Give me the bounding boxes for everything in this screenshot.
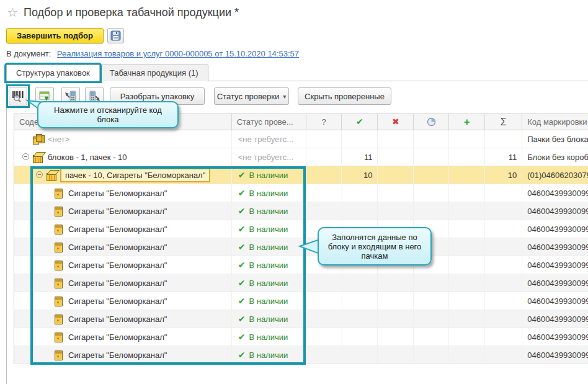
checked-count-cell: 11	[342, 148, 378, 166]
added-count-cell	[449, 328, 485, 346]
missing-count-cell	[378, 166, 414, 184]
content-cell[interactable]: Сигареты "Беломорканал"	[14, 292, 232, 310]
pending-count-cell	[414, 274, 449, 292]
table-row[interactable]: <нет> ✔ <не требуетс... Пачки без блока	[14, 130, 588, 148]
checked-count-cell	[342, 202, 378, 220]
panel-border-left	[6, 81, 7, 384]
question-cell	[306, 166, 342, 184]
table-row[interactable]: Сигареты "Беломорканал" ✔ В наличии 0460…	[14, 220, 588, 238]
checked-count-cell	[342, 274, 378, 292]
missing-count-cell	[378, 148, 414, 166]
table-row[interactable]: Сигареты "Беломорканал" ✔ В наличии 0460…	[14, 292, 588, 310]
checked-count-cell	[342, 310, 378, 328]
row-type-icon	[53, 278, 64, 288]
status-text: В наличии	[249, 261, 288, 270]
marking-code-cell: (01)04606203079	[522, 166, 588, 184]
green-check-icon: ✔	[356, 117, 363, 127]
content-cell[interactable]: Сигареты "Беломорканал"	[14, 184, 232, 202]
finish-selection-button[interactable]: Завершить подбор	[6, 28, 104, 43]
table-row[interactable]: Сигареты "Беломорканал" ✔ В наличии 0460…	[14, 184, 588, 202]
added-count-cell	[449, 220, 485, 238]
table-row[interactable]: Сигареты "Беломорканал" ✔ В наличии 0460…	[14, 310, 588, 328]
status-filter-button[interactable]: Статус проверки ▾	[214, 87, 289, 105]
table-row[interactable]: Сигареты "Беломорканал" ✔ В наличии 0460…	[14, 274, 588, 292]
row-title: Сигареты "Беломорканал"	[66, 351, 169, 360]
hide-checked-label: Скрыть проверенные	[305, 92, 385, 101]
status-cell: ✔ В наличии	[232, 184, 306, 202]
column-header-question[interactable]: ?	[306, 114, 342, 130]
check-icon: ✔	[238, 332, 246, 342]
content-cell[interactable]: Сигареты "Беломорканал"	[14, 238, 232, 256]
question-cell	[306, 346, 342, 364]
tab[interactable]: Табачная продукция (1)	[100, 65, 208, 81]
content-cell[interactable]: Сигареты "Беломорканал"	[14, 274, 232, 292]
status-cell: ✔ В наличии	[232, 220, 306, 238]
question-cell	[306, 274, 342, 292]
pending-count-cell	[414, 166, 449, 184]
content-cell[interactable]: <нет>	[14, 130, 232, 148]
content-cell[interactable]: Сигареты "Беломорканал"	[14, 256, 232, 274]
content-cell[interactable]: Сигареты "Беломорканал"	[14, 202, 232, 220]
marking-code-cell: 04600439930099	[522, 238, 588, 256]
marking-code-cell: 04600439930099	[522, 310, 588, 328]
table-row[interactable]: Сигареты "Беломорканал" ✔ В наличии 0460…	[14, 328, 588, 346]
question-cell	[306, 202, 342, 220]
added-count-cell	[449, 310, 485, 328]
missing-count-cell	[378, 130, 414, 148]
row-type-icon	[53, 242, 64, 252]
row-title: Сигареты "Беломорканал"	[66, 297, 169, 306]
table-row[interactable]: пачек - 10, Сигареты "Беломорканал" ✔ В …	[14, 166, 588, 184]
table-row[interactable]: Сигареты "Беломорканал" ✔ В наличии 0460…	[14, 346, 588, 364]
column-header-added[interactable]: +	[449, 114, 485, 130]
star-icon[interactable]: ☆	[7, 5, 18, 20]
table-row[interactable]: Сигареты "Беломорканал" ✔ В наличии 0460…	[14, 202, 588, 220]
document-link[interactable]: Реализация товаров и услуг 0000-000005 о…	[57, 49, 299, 58]
pending-count-cell	[414, 310, 449, 328]
column-header-missing[interactable]: ✖	[378, 114, 414, 130]
tree-expander-icon[interactable]	[22, 153, 30, 161]
content-cell[interactable]: Сигареты "Беломорканал"	[14, 328, 232, 346]
check-icon: ✔	[238, 206, 246, 216]
content-cell[interactable]: Сигареты "Беломорканал"	[14, 310, 232, 328]
missing-count-cell	[378, 184, 414, 202]
status-text: В наличии	[249, 333, 288, 342]
pending-count-cell	[414, 148, 449, 166]
status-cell: ✔ <не требуетс...	[232, 130, 306, 148]
check-icon: ✔	[238, 278, 246, 288]
row-type-icon	[32, 152, 43, 163]
total-count-cell	[485, 346, 522, 364]
row-type-icon	[53, 350, 64, 360]
content-cell[interactable]: Сигареты "Беломорканал"	[14, 346, 232, 364]
status-cell: ✔ В наличии	[232, 238, 306, 256]
row-title: Сигареты "Беломорканал"	[66, 279, 169, 288]
save-button[interactable]	[107, 28, 124, 43]
hide-checked-button[interactable]: Скрыть проверенные	[298, 87, 391, 105]
pending-count-cell	[414, 184, 449, 202]
question-cell	[306, 292, 342, 310]
checked-count-cell	[342, 130, 378, 148]
marking-code-cell: 04600439930099	[522, 292, 588, 310]
added-count-cell	[449, 166, 485, 184]
checked-count-cell	[342, 292, 378, 310]
marking-code-cell: 04600439930099	[522, 346, 588, 364]
tab[interactable]: Структура упаковок	[6, 65, 100, 81]
content-cell[interactable]: блоков - 1, пачек - 10	[14, 148, 232, 166]
pending-count-cell	[414, 346, 449, 364]
column-header-code[interactable]: Код маркировки	[522, 114, 588, 130]
added-count-cell	[449, 274, 485, 292]
status-text: В наличии	[249, 351, 288, 360]
column-header-pending[interactable]	[414, 114, 449, 130]
checked-count-cell: 10	[342, 166, 378, 184]
tree-expander-icon[interactable]	[36, 171, 44, 179]
column-header-total[interactable]: Σ	[485, 114, 522, 130]
table-row[interactable]: Сигареты "Беломорканал" ✔ В наличии 0460…	[14, 256, 588, 274]
column-header-status[interactable]: Статус прове...	[232, 114, 306, 130]
status-text: В наличии	[249, 243, 288, 252]
content-cell[interactable]: Сигареты "Беломорканал"	[14, 220, 232, 238]
content-cell[interactable]: пачек - 10, Сигареты "Беломорканал"	[14, 166, 232, 184]
column-header-checked[interactable]: ✔	[342, 114, 378, 130]
fill-data-hint-callout: Заполнятся данные по блоку и входящим в …	[318, 227, 432, 266]
floppy-disk-icon	[110, 30, 121, 41]
table-row[interactable]: блоков - 1, пачек - 10 ✔ <не требуетс...…	[14, 148, 588, 166]
row-type-icon	[53, 314, 64, 324]
